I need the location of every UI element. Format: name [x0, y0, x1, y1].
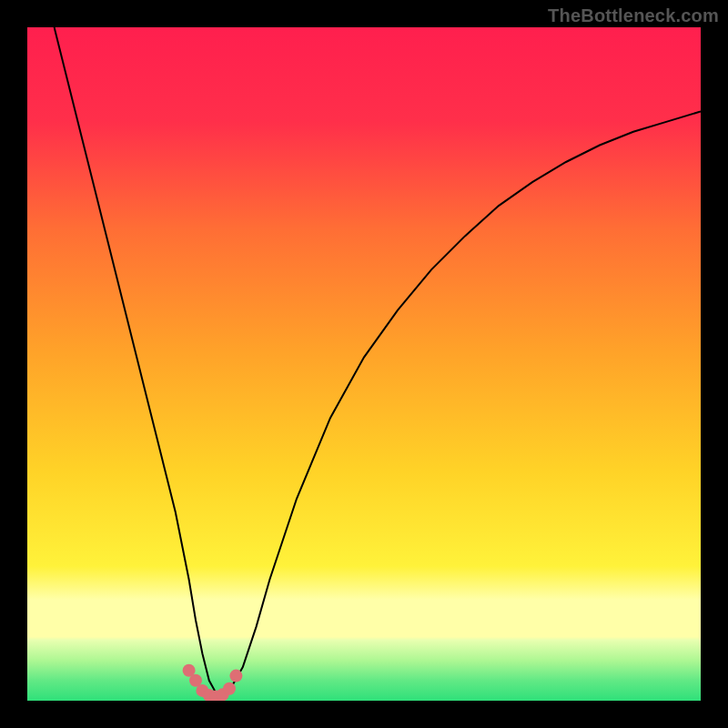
bottleneck-chart: [27, 27, 701, 701]
marker-dot: [223, 682, 236, 695]
gradient-background: [27, 27, 701, 701]
marker-dot: [229, 670, 242, 682]
watermark-text: TheBottleneck.com: [548, 5, 719, 26]
chart-frame: TheBottleneck.com: [0, 0, 728, 728]
